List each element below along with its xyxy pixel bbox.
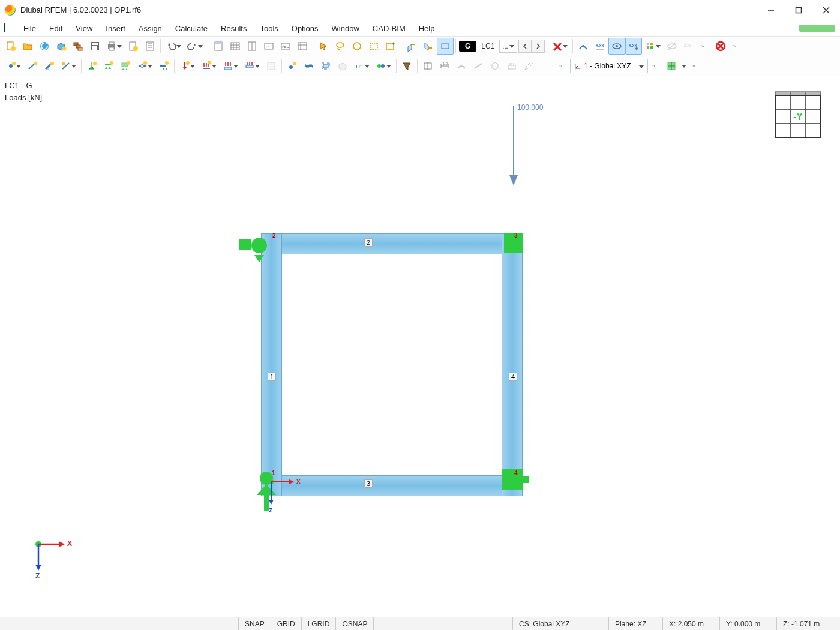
global-deformations-button[interactable] xyxy=(575,38,592,55)
svg-point-80 xyxy=(186,61,190,65)
display-eye-button[interactable] xyxy=(608,38,625,55)
menu-insert[interactable]: Insert xyxy=(99,22,132,35)
member-hinge-button[interactable] xyxy=(134,58,155,74)
new-line-button[interactable] xyxy=(24,58,41,74)
dimension-button[interactable]: 1.0 xyxy=(436,58,453,74)
save-button[interactable] xyxy=(86,38,103,55)
menu-help[interactable]: Help xyxy=(412,22,442,35)
display-settings-dropdown[interactable] xyxy=(680,58,688,74)
new-member-button[interactable]: I xyxy=(41,58,58,74)
cycle-button[interactable] xyxy=(36,38,53,55)
select-add-button[interactable]: + xyxy=(382,38,399,55)
line-support-button[interactable] xyxy=(100,58,117,74)
work-plane-xy-button[interactable] xyxy=(437,38,454,55)
undo-button[interactable] xyxy=(163,38,184,55)
new-load-node-button[interactable] xyxy=(284,58,301,74)
filter-button[interactable] xyxy=(398,58,415,74)
select-circle-button[interactable] xyxy=(349,38,365,55)
navigator-data-button[interactable] xyxy=(210,38,227,55)
status-snap[interactable]: SNAP xyxy=(239,617,271,630)
model-viewport[interactable]: LC1 - G Loads [kN] 100.000 1 2 3 4 1 2 3… xyxy=(0,76,840,617)
isometric-button[interactable] xyxy=(487,58,503,74)
status-grid[interactable]: GRID xyxy=(271,617,302,630)
select-window-button[interactable] xyxy=(365,38,382,55)
select-solids-button[interactable] xyxy=(334,58,351,74)
new-report-button[interactable] xyxy=(125,38,142,55)
table-button[interactable] xyxy=(227,38,244,55)
load-wizard-button[interactable] xyxy=(263,58,280,74)
select-special-button[interactable] xyxy=(373,58,394,74)
toolbar1-overflow-2[interactable]: » xyxy=(729,38,740,55)
work-plane-z-button[interactable] xyxy=(420,38,437,55)
menu-results[interactable]: Results xyxy=(214,22,253,35)
view-cube[interactable]: -Y xyxy=(773,91,823,141)
toolbar2-overflow-1[interactable]: » xyxy=(555,58,566,74)
menu-options[interactable]: Options xyxy=(285,22,325,35)
menu-window[interactable]: Window xyxy=(325,22,366,35)
status-lgrid[interactable]: LGRID xyxy=(302,617,337,630)
status-osnap[interactable]: OSNAP xyxy=(336,617,374,630)
navigator-views-button[interactable] xyxy=(294,38,311,55)
display-values-button[interactable]: x.xx xyxy=(592,38,608,55)
menu-file[interactable]: File xyxy=(17,22,43,35)
work-plane-y-button[interactable] xyxy=(403,38,420,55)
new-node-button[interactable] xyxy=(2,58,24,74)
loadcase-next-button[interactable] xyxy=(532,40,545,53)
arrange-button[interactable] xyxy=(503,58,520,74)
menu-assign[interactable]: Assign xyxy=(132,22,169,35)
new-model-button[interactable] xyxy=(2,38,19,55)
minimize-button[interactable] xyxy=(757,0,785,20)
panel-button[interactable] xyxy=(244,38,260,55)
select-members-button[interactable] xyxy=(301,58,317,74)
select-arrow-button[interactable] xyxy=(315,38,332,55)
clip-plane-button[interactable] xyxy=(419,58,436,74)
delete-all-button[interactable] xyxy=(712,38,729,55)
member-top[interactable] xyxy=(261,233,523,254)
support-top-right[interactable] xyxy=(500,230,527,258)
block-button[interactable] xyxy=(53,38,70,55)
display-values-off-button[interactable]: x.xx xyxy=(680,38,697,55)
report-button[interactable] xyxy=(142,38,158,55)
command-line-button[interactable]: >_ xyxy=(260,38,277,55)
select-surfaces-button[interactable] xyxy=(317,58,334,74)
new-line-type-button[interactable] xyxy=(58,58,79,74)
member-left[interactable] xyxy=(261,233,282,496)
select-type-button[interactable]: I□ xyxy=(351,58,373,74)
menu-edit[interactable]: Edit xyxy=(43,22,69,35)
member-end-release-button[interactable]: xx xyxy=(155,58,172,74)
select-lasso-button[interactable] xyxy=(332,38,349,55)
member-right[interactable] xyxy=(502,233,523,496)
display-eye-off-button[interactable] xyxy=(664,38,680,55)
support-top-left[interactable] xyxy=(239,231,272,266)
menu-calculate[interactable]: Calculate xyxy=(169,22,214,35)
display-settings-button[interactable] xyxy=(663,58,680,74)
coord-system-select[interactable]: 1 - Global XYZ xyxy=(570,59,648,73)
shade-button[interactable] xyxy=(470,58,487,74)
toolbar2-overflow-2[interactable]: » xyxy=(648,58,659,74)
loadcase-prev-button[interactable] xyxy=(518,40,532,53)
delete-results-button[interactable] xyxy=(549,38,571,55)
print-button[interactable] xyxy=(103,38,125,55)
open-button[interactable] xyxy=(19,38,36,55)
line-load-button[interactable] xyxy=(220,58,241,74)
member-load-button[interactable] xyxy=(198,58,220,74)
pencil-button[interactable] xyxy=(520,58,537,74)
display-values-on-button[interactable]: x.xx xyxy=(625,38,642,55)
surface-support-button[interactable] xyxy=(117,58,134,74)
surface-load-button[interactable] xyxy=(241,58,263,74)
menu-cad-bim[interactable]: CAD-BIM xyxy=(366,22,412,35)
deformed-shape-button[interactable] xyxy=(453,58,470,74)
nodal-support-button[interactable] xyxy=(83,58,100,74)
menu-tools[interactable]: Tools xyxy=(253,22,284,35)
close-button[interactable] xyxy=(812,0,840,20)
nodal-load-button[interactable] xyxy=(176,58,198,74)
toolbar1-overflow[interactable]: » xyxy=(697,38,708,55)
display-diagram-button[interactable] xyxy=(642,38,664,55)
menu-view[interactable]: View xyxy=(69,22,99,35)
maximize-button[interactable] xyxy=(785,0,812,20)
blocks-catalog-button[interactable] xyxy=(70,38,86,55)
redo-button[interactable] xyxy=(184,38,206,55)
loadcase-dropdown[interactable]: ... xyxy=(499,40,517,53)
script-console-button[interactable]: >SC xyxy=(277,38,294,55)
toolbar2-overflow-3[interactable]: » xyxy=(688,58,699,74)
